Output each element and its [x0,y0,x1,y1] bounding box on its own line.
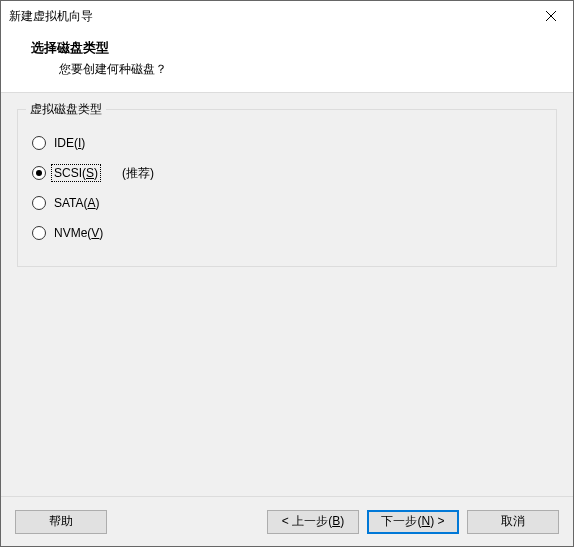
radio-nvme[interactable] [32,226,46,240]
cancel-button[interactable]: 取消 [467,510,559,534]
help-button[interactable]: 帮助 [15,510,107,534]
close-button[interactable] [528,1,573,31]
wizard-window: 新建虚拟机向导 选择磁盘类型 您要创建何种磁盘？ 虚拟磁盘类型 IDE(I) S… [0,0,574,547]
radio-ide[interactable] [32,136,46,150]
back-button-label: < 上一步(B) [282,513,344,530]
radio-ide-label: IDE(I) [52,135,87,151]
wizard-header: 选择磁盘类型 您要创建何种磁盘？ [1,31,573,92]
wizard-body: 虚拟磁盘类型 IDE(I) SCSI(S) (推荐) SATA(A) NVMe(… [1,93,573,496]
cancel-button-label: 取消 [501,513,525,530]
next-button[interactable]: 下一步(N) > [367,510,459,534]
recommended-label: (推荐) [122,165,154,182]
option-nvme[interactable]: NVMe(V) [32,218,542,248]
wizard-footer: 帮助 < 上一步(B) 下一步(N) > 取消 [1,496,573,546]
option-sata[interactable]: SATA(A) [32,188,542,218]
radio-scsi[interactable] [32,166,46,180]
radio-sata[interactable] [32,196,46,210]
option-ide[interactable]: IDE(I) [32,128,542,158]
radio-sata-label: SATA(A) [52,195,102,211]
next-button-label: 下一步(N) > [381,513,444,530]
help-button-label: 帮助 [49,513,73,530]
radio-scsi-label: SCSI(S) [52,165,100,181]
radio-nvme-label: NVMe(V) [52,225,105,241]
page-title: 选择磁盘类型 [31,39,557,57]
close-icon [546,11,556,21]
group-legend: 虚拟磁盘类型 [26,101,106,118]
titlebar: 新建虚拟机向导 [1,1,573,31]
option-scsi[interactable]: SCSI(S) (推荐) [32,158,542,188]
window-title: 新建虚拟机向导 [9,8,93,25]
back-button[interactable]: < 上一步(B) [267,510,359,534]
page-subtitle: 您要创建何种磁盘？ [31,61,557,78]
disk-type-group: 虚拟磁盘类型 IDE(I) SCSI(S) (推荐) SATA(A) NVMe(… [17,109,557,267]
